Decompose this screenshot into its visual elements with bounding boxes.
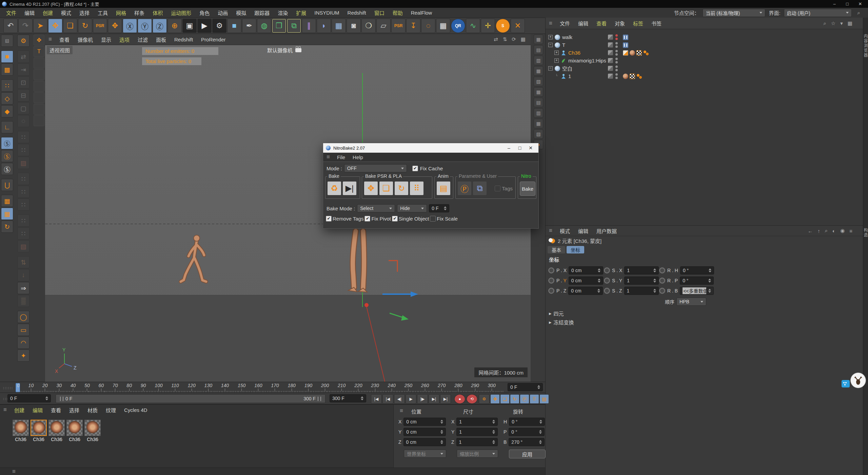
axis-mode-icon[interactable]: ∟	[1, 121, 13, 133]
lock-workplane-icon[interactable]: ▦	[1, 208, 13, 220]
layout-preset-icon[interactable]: ▦	[534, 119, 543, 128]
mat-menu-texture[interactable]: 纹理	[102, 406, 120, 414]
dialog-close-button[interactable]: ✕	[526, 145, 536, 151]
hamburger-icon[interactable]: ≡	[546, 227, 556, 234]
om-menu-view[interactable]: 查看	[592, 20, 611, 27]
target-icon[interactable]: ✛	[481, 19, 495, 33]
bake-button[interactable]: Bake	[520, 182, 535, 196]
character-tool-icon[interactable]: ∿	[466, 19, 480, 33]
close-button[interactable]: ✕	[854, 1, 866, 6]
menu-tracker[interactable]: 跟踪器	[250, 9, 274, 16]
collapse-icon[interactable]: −	[548, 66, 553, 71]
dialog-titlebar[interactable]: NitroBake2 2.07 –□✕	[323, 143, 538, 153]
spline-pen-icon[interactable]: ✒	[242, 19, 256, 33]
am-menu-edit[interactable]: 编辑	[574, 227, 592, 234]
node-space-dropdown[interactable]: 当前 (标准/物理)	[703, 9, 765, 17]
layer-box[interactable]	[608, 35, 613, 40]
menu-extensions[interactable]: 扩展	[292, 9, 310, 16]
pos-x-field[interactable]: 0 cm	[403, 418, 446, 426]
menu-create[interactable]: 创建	[39, 9, 57, 16]
quantize-icon[interactable]: ⋃	[1, 179, 13, 191]
hamburger-icon[interactable]: ≡	[0, 406, 10, 413]
key-parameter-toggle[interactable]: Ⓟ	[520, 394, 529, 404]
bake-userdata-icon[interactable]: ⧉	[473, 182, 487, 195]
empty-slot[interactable]	[34, 69, 44, 80]
history-icon[interactable]: ◐	[830, 228, 838, 234]
om-menu-edit[interactable]: 编辑	[574, 20, 592, 27]
vp-menu-options[interactable]: 选项	[115, 36, 134, 43]
px-field[interactable]: 0 cm	[569, 266, 603, 274]
dialog-menu-file[interactable]: File	[333, 154, 349, 160]
character-legs[interactable]	[348, 231, 367, 292]
ruler-frame-field[interactable]: 0 F	[508, 383, 543, 391]
sx-field[interactable]: 1	[624, 266, 659, 274]
vp-menu-camera[interactable]: 摄像机	[74, 36, 97, 43]
workplane-rotate-icon[interactable]: ↻	[1, 221, 13, 233]
axis-y-lock-icon[interactable]: Ⓨ	[138, 19, 152, 33]
axis-x-lock-icon[interactable]: Ⓧ	[123, 19, 137, 33]
menu-tools[interactable]: 工具	[94, 9, 112, 16]
material-item[interactable]: Ch36	[30, 420, 47, 442]
primitive-cube-icon[interactable]: ■	[227, 19, 241, 33]
object-row[interactable]: − 空白	[546, 64, 866, 72]
keyframe-selection-button[interactable]: ⚙	[479, 394, 490, 404]
move-tool-icon[interactable]: ✥	[48, 19, 62, 33]
layout-preset-icon[interactable]: ▦	[534, 87, 543, 97]
mat-menu-material[interactable]: 材质	[83, 406, 102, 414]
hamburger-icon[interactable]: ≡	[45, 36, 55, 43]
size-z-field[interactable]: 1	[456, 438, 498, 446]
dialog-minimize-button[interactable]: –	[504, 145, 514, 151]
key-rotation-toggle[interactable]: ↻	[510, 394, 519, 404]
prev-frame-button[interactable]: ◀|	[394, 394, 405, 404]
tab-coordinates[interactable]: 坐标	[567, 246, 584, 253]
rectangle-selection-icon[interactable]: ▭	[17, 324, 29, 336]
visibility-dots[interactable]	[615, 42, 618, 48]
key-pla-toggle[interactable]: ⠿	[530, 394, 539, 404]
layer-box[interactable]	[608, 50, 613, 55]
edges-mode-icon[interactable]: ◇	[1, 92, 13, 104]
points-mode-icon[interactable]: ∷	[1, 79, 13, 92]
fix-cache-checkbox[interactable]: ✔	[412, 166, 418, 171]
texture-mode-icon[interactable]: ▩	[1, 63, 13, 76]
timeline-range-icon[interactable]: ⇥	[17, 63, 29, 76]
mode-dropdown[interactable]: OFF	[344, 164, 407, 172]
rotate-tool-icon[interactable]: ↻	[78, 19, 92, 33]
plugin-floating-badge[interactable]	[850, 373, 866, 388]
search-icon[interactable]: ⌕	[823, 228, 830, 234]
py-field[interactable]: 0 cm	[569, 277, 603, 285]
motion-system-tag[interactable]	[623, 42, 628, 48]
tags-checkbox[interactable]	[495, 186, 500, 191]
vp-menu-prorender[interactable]: ProRender	[197, 37, 230, 42]
goto-start-button[interactable]: |◀	[371, 394, 382, 404]
layout-preset-icon[interactable]: ▥	[534, 56, 543, 65]
param-knob[interactable]	[548, 278, 554, 284]
vp-menu-view[interactable]: 查看	[55, 36, 74, 43]
menu-edit[interactable]: 编辑	[20, 9, 39, 16]
empty-slot[interactable]	[34, 92, 44, 103]
hamburger-icon[interactable]: ≡	[396, 407, 407, 414]
enable-snap-icon[interactable]: Ⓢ	[1, 137, 13, 149]
rb-field[interactable]: <<多重数值	[680, 287, 714, 295]
menu-insydium[interactable]: INSYDIUM	[310, 10, 343, 16]
visibility-dots[interactable]	[615, 65, 618, 71]
menu-animate[interactable]: 动画	[214, 9, 232, 16]
current-frame-field[interactable]: 0 F	[7, 394, 51, 402]
menu-select[interactable]: 选择	[75, 9, 94, 16]
play-button[interactable]: ▶	[406, 394, 416, 404]
apply-button[interactable]: 应用	[509, 450, 546, 458]
move-tool-icon[interactable]: ✥	[34, 35, 44, 45]
scale-mode-dropdown[interactable]: 缩放比例	[457, 450, 498, 458]
live-selection-tool-icon[interactable]: ◯	[17, 311, 29, 323]
dots-down-icon[interactable]: ∷	[17, 198, 29, 211]
empty-slot[interactable]	[34, 104, 44, 115]
pos-z-field[interactable]: 0 cm	[403, 438, 446, 446]
layout-preset-icon[interactable]: ▥	[534, 108, 543, 118]
sy-field[interactable]: 1	[624, 277, 659, 285]
coordinate-system-icon[interactable]: ⊕	[167, 19, 182, 33]
ghost-cube-icon[interactable]: ▢	[17, 102, 29, 114]
material-item[interactable]: Ch36	[48, 420, 65, 442]
interface-dropdown[interactable]: 启动 (用户)	[784, 9, 852, 17]
mat-menu-select[interactable]: 选择	[65, 406, 83, 414]
object-row[interactable]: + mixamorig1:Hips	[546, 57, 868, 64]
key-scale-toggle[interactable]: ❏	[500, 394, 510, 404]
